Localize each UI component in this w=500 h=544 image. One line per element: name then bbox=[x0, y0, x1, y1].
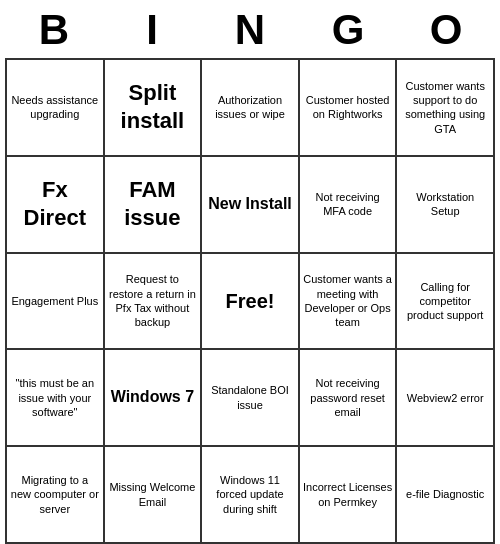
bingo-cell-9: Workstation Setup bbox=[397, 157, 495, 254]
bingo-cell-24: e-file Diagnostic bbox=[397, 447, 495, 544]
bingo-cell-12: Free! bbox=[202, 254, 300, 351]
bingo-cell-0: Needs assistance upgrading bbox=[7, 60, 105, 157]
bingo-cell-10: Engagement Plus bbox=[7, 254, 105, 351]
bingo-cell-13: Customer wants a meeting with Developer … bbox=[300, 254, 398, 351]
bingo-cell-5: Fx Direct bbox=[7, 157, 105, 254]
bingo-cell-1: Split install bbox=[105, 60, 203, 157]
bingo-cell-16: Windows 7 bbox=[105, 350, 203, 447]
bingo-cell-14: Calling for competitor product support bbox=[397, 254, 495, 351]
bingo-cell-22: Windows 11 forced update during shift bbox=[202, 447, 300, 544]
letter-o: O bbox=[406, 6, 486, 54]
bingo-cell-4: Customer wants support to do something u… bbox=[397, 60, 495, 157]
bingo-cell-19: Webview2 error bbox=[397, 350, 495, 447]
bingo-cell-11: Request to restore a return in Pfx Tax w… bbox=[105, 254, 203, 351]
bingo-header: B I N G O bbox=[5, 0, 495, 58]
letter-n: N bbox=[210, 6, 290, 54]
bingo-cell-23: Incorrect Licenses on Permkey bbox=[300, 447, 398, 544]
bingo-grid: Needs assistance upgradingSplit installA… bbox=[5, 58, 495, 544]
letter-g: G bbox=[308, 6, 388, 54]
bingo-cell-18: Not receiving password reset email bbox=[300, 350, 398, 447]
bingo-cell-7: New Install bbox=[202, 157, 300, 254]
bingo-cell-20: Migrating to a new coomputer or server bbox=[7, 447, 105, 544]
letter-i: I bbox=[112, 6, 192, 54]
bingo-cell-3: Customer hosted on Rightworks bbox=[300, 60, 398, 157]
bingo-cell-6: FAM issue bbox=[105, 157, 203, 254]
bingo-cell-17: Standalone BOI issue bbox=[202, 350, 300, 447]
letter-b: B bbox=[14, 6, 94, 54]
bingo-cell-21: Missing Welcome Email bbox=[105, 447, 203, 544]
bingo-cell-8: Not receiving MFA code bbox=[300, 157, 398, 254]
bingo-cell-2: Authorization issues or wipe bbox=[202, 60, 300, 157]
bingo-cell-15: "this must be an issue with your softwar… bbox=[7, 350, 105, 447]
